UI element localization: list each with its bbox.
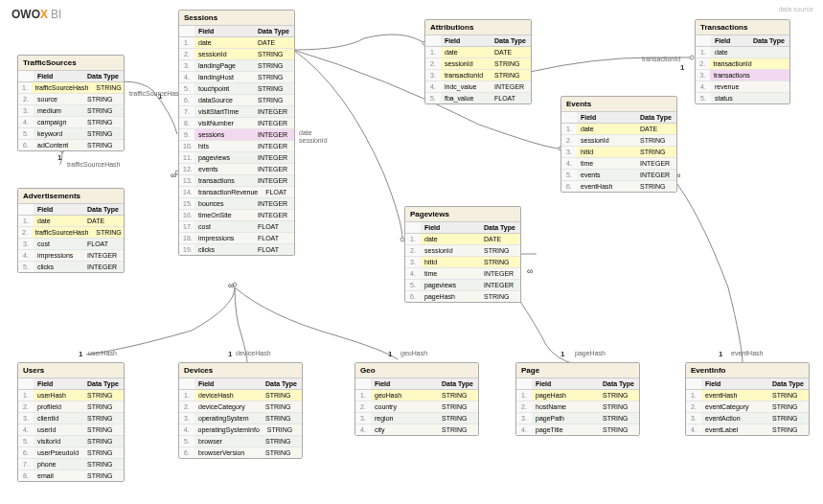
table-row[interactable]: 2.countrySTRING [355, 401, 478, 413]
card-one: 1 [388, 350, 392, 358]
table-row[interactable]: 3.transactionIdSTRING [425, 70, 531, 81]
table-row[interactable]: 4.citySTRING [355, 424, 478, 435]
table-row[interactable]: 3.hitIdSTRING [561, 147, 676, 158]
table-row[interactable]: 2.trafficSourceHashSTRING [18, 227, 124, 239]
table-row[interactable]: 1.dateDATE [425, 47, 531, 58]
table-row[interactable]: 2.sourceSTRING [18, 94, 124, 105]
table-row[interactable]: 3.eventActionSTRING [686, 413, 809, 424]
table-row[interactable]: 5.browserSTRING [179, 436, 302, 447]
card-one: 1 [680, 63, 684, 72]
table-row[interactable]: 2.sessionIdSTRING [425, 58, 531, 70]
table-row[interactable]: 6.pageHashSTRING [405, 291, 520, 302]
table-row[interactable]: 10.hitsINTEGER [179, 141, 294, 152]
table-row[interactable]: 3.landingPageSTRING [179, 60, 294, 72]
table-row[interactable]: 2.deviceCategorySTRING [179, 401, 302, 413]
rel-label: userHash [88, 350, 117, 356]
table-row[interactable]: 5.keywordSTRING [18, 128, 124, 140]
table-row[interactable]: 1.dateDATE [561, 124, 676, 135]
rel-label: transactionId [642, 56, 680, 62]
table-row[interactable]: 1.geoHashSTRING [355, 390, 478, 401]
table-row[interactable]: 5.fba_valueFLOAT [425, 93, 531, 103]
table-devices[interactable]: DevicesFieldData Type1.deviceHashSTRING2… [178, 362, 303, 459]
table-row[interactable]: 4.lndc_valueINTEGER [425, 81, 531, 93]
table-row[interactable]: 1.dateDATE [18, 216, 124, 227]
table-row[interactable]: 6.dataSourceSTRING [179, 95, 294, 106]
table-title: Geo [355, 363, 478, 378]
table-row[interactable]: 2.eventCategorySTRING [686, 401, 809, 413]
table-row[interactable]: 3.clientIdSTRING [18, 413, 124, 424]
table-row[interactable]: 12.eventsINTEGER [179, 164, 294, 175]
table-row[interactable]: 5.status [696, 93, 789, 103]
table-row[interactable]: 5.eventsINTEGER [561, 170, 676, 181]
table-row[interactable]: 18.impressionsFLOAT [179, 233, 294, 244]
table-row[interactable]: 2.profileIdSTRING [18, 401, 124, 413]
table-row[interactable]: 1.dateDATE [405, 234, 520, 245]
table-row[interactable]: 4.timeINTEGER [561, 158, 676, 170]
table-row[interactable]: 6.userPseudoIdSTRING [18, 447, 124, 459]
table-row[interactable]: 1.deviceHashSTRING [179, 390, 302, 401]
table-trafficSources[interactable]: TrafficSourcesFieldData Type1.trafficSou… [17, 55, 125, 151]
table-row[interactable]: 4.impressionsINTEGER [18, 250, 124, 262]
table-row[interactable]: 1.eventHashSTRING [686, 390, 809, 401]
table-row[interactable]: 7.phoneSTRING [18, 459, 124, 470]
table-row[interactable]: 1.date [696, 47, 789, 58]
table-row[interactable]: 2.sessionIdSTRING [405, 245, 520, 257]
table-row[interactable]: 2.hostNameSTRING [516, 401, 639, 413]
table-row[interactable]: 4.campaignSTRING [18, 117, 124, 128]
table-row[interactable]: 3.costFLOAT [18, 239, 124, 250]
table-row[interactable]: 4.operatingSystemInfoSTRING [179, 424, 302, 436]
table-row[interactable]: 4.timeINTEGER [405, 268, 520, 280]
table-row[interactable]: 4.revenue [696, 81, 789, 93]
table-row[interactable]: 3.operatingSystemSTRING [179, 413, 302, 424]
table-row[interactable]: 2.sessionIdSTRING [561, 135, 676, 147]
table-row[interactable]: 5.clicksINTEGER [18, 262, 124, 272]
table-row[interactable]: 3.pagePathSTRING [516, 413, 639, 424]
table-advertisements[interactable]: AdvertisementsFieldData Type1.dateDATE2.… [17, 188, 125, 273]
table-eventInfo[interactable]: EventInfoFieldData Type1.eventHashSTRING… [685, 362, 810, 436]
table-row[interactable]: 5.touchpointSTRING [179, 83, 294, 95]
table-pageviews[interactable]: PageviewsFieldData Type1.dateDATE2.sessi… [404, 206, 521, 303]
table-row[interactable]: 11.pageviewsINTEGER [179, 152, 294, 164]
table-sessions[interactable]: SessionsFieldData Type1.dateDATE2.sessio… [178, 10, 295, 256]
table-row[interactable]: 3.mediumSTRING [18, 105, 124, 117]
table-row[interactable]: 2.sessionIdSTRING [179, 49, 294, 60]
table-title: Page [516, 363, 639, 378]
table-row[interactable]: 3.regionSTRING [355, 413, 478, 424]
table-row[interactable]: 15.bouncesINTEGER [179, 198, 294, 210]
table-row[interactable]: 14.transactionRevenueFLOAT [179, 187, 294, 198]
table-row[interactable]: 3.transactions [696, 70, 789, 81]
table-row[interactable]: 5.visitorIdSTRING [18, 436, 124, 447]
table-row[interactable]: 4.eventLabelSTRING [686, 424, 809, 435]
table-row[interactable]: 17.costFLOAT [179, 221, 294, 233]
table-title: Devices [179, 363, 302, 378]
table-row[interactable]: 6.adContentSTRING [18, 140, 124, 150]
table-attributions[interactable]: AttributionsFieldData Type1.dateDATE2.se… [424, 19, 532, 104]
table-users[interactable]: UsersFieldData Type1.userHashSTRING2.pro… [17, 362, 125, 482]
table-row[interactable]: 9.sessionsINTEGER [179, 129, 294, 141]
card-inf: ∞ [171, 171, 176, 180]
table-row[interactable]: 4.landingHostSTRING [179, 72, 294, 83]
table-row[interactable]: 4.userIdSTRING [18, 424, 124, 436]
table-row[interactable]: 8.emailSTRING [18, 470, 124, 481]
table-header: FieldData Type [18, 204, 124, 216]
table-row[interactable]: 13.transactionsINTEGER [179, 175, 294, 187]
table-row[interactable]: 3.hitIdSTRING [405, 257, 520, 268]
table-row[interactable]: 1.userHashSTRING [18, 390, 124, 401]
table-row[interactable]: 8.visitNumberINTEGER [179, 118, 294, 129]
table-row[interactable]: 1.pageHashSTRING [516, 390, 639, 401]
table-row[interactable]: 4.pageTitleSTRING [516, 424, 639, 435]
table-row[interactable]: 1.trafficSourceHashSTRING [18, 82, 124, 94]
table-geo[interactable]: GeoFieldData Type1.geoHashSTRING2.countr… [354, 362, 479, 436]
table-transactions[interactable]: TransactionsFieldData Type1.date2.transa… [695, 19, 790, 104]
table-row[interactable]: 6.browserVersionSTRING [179, 447, 302, 458]
table-events[interactable]: EventsFieldData Type1.dateDATE2.sessionI… [560, 96, 677, 193]
table-row[interactable]: 5.pageviewsINTEGER [405, 280, 520, 291]
table-page[interactable]: PageFieldData Type1.pageHashSTRING2.host… [515, 362, 640, 436]
table-row[interactable]: 6.eventHashSTRING [561, 181, 676, 192]
table-row[interactable]: 16.timeOnSiteINTEGER [179, 210, 294, 221]
table-row[interactable]: 1.dateDATE [179, 37, 294, 49]
table-row[interactable]: 2.transactionId [696, 58, 789, 70]
table-row[interactable]: 19.clicksFLOAT [179, 244, 294, 255]
table-title: Users [18, 363, 124, 378]
table-row[interactable]: 7.visitStartTimeINTEGER [179, 106, 294, 118]
